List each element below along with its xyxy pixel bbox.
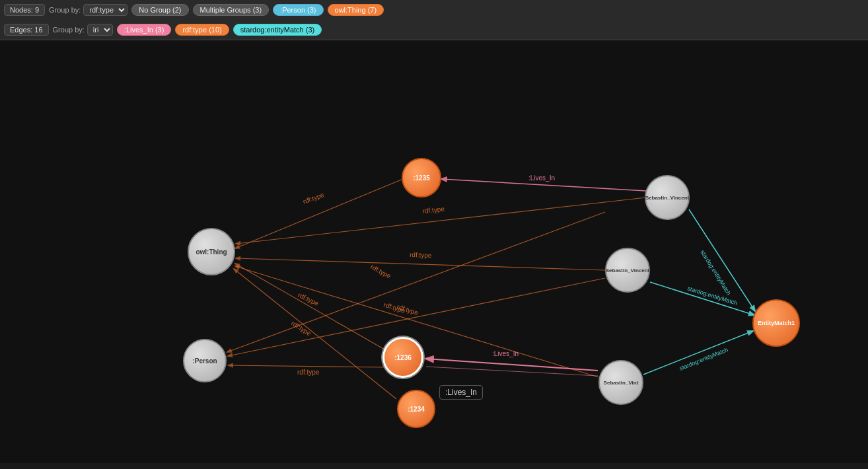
toolbar-row-2: Edges: 16 Group by: iri :Lives_In (3) rd… <box>0 20 868 40</box>
svg-line-25 <box>650 282 754 315</box>
svg-line-4 <box>234 269 396 399</box>
svg-line-20 <box>426 359 598 371</box>
svg-text:rdf:type: rdf:type <box>297 291 320 307</box>
svg-text:rdf:type: rdf:type <box>302 191 326 205</box>
group-by-nodes-label: Group by: <box>49 6 81 14</box>
svg-line-8 <box>236 258 605 270</box>
toolbar-row-1: Nodes: 9 Group by: rdf:type No Group (2)… <box>0 0 868 20</box>
node-1236[interactable]: :1236 <box>382 337 423 378</box>
node-person[interactable]: :Person <box>183 339 227 382</box>
svg-line-6 <box>236 198 646 244</box>
graph-svg: rdf:type rdf:type rdf:type rdf:type rdf:… <box>0 40 868 463</box>
node-sebastin-vint[interactable]: Sebastin_Vint <box>598 360 643 405</box>
svg-line-27 <box>643 331 753 375</box>
svg-text::Lives_In: :Lives_In <box>492 350 519 357</box>
node-sebastin-vincent-2[interactable]: Sebastin_Vincent <box>605 248 650 293</box>
svg-line-22 <box>426 367 598 376</box>
entity-match-badge[interactable]: stardog:entityMatch (3) <box>233 24 322 36</box>
group-by-nodes-select[interactable]: rdf:type <box>83 4 127 16</box>
no-group-badge[interactable]: No Group (2) <box>131 4 188 16</box>
node-owl-thing[interactable]: owl:Thing <box>188 228 235 275</box>
svg-text:rdf:type: rdf:type <box>410 251 432 259</box>
nodes-count: Nodes: 9 <box>4 4 45 16</box>
svg-line-0 <box>235 179 403 248</box>
person-badge[interactable]: :Person (3) <box>273 4 323 16</box>
svg-line-2 <box>235 264 384 349</box>
rdf-type-badge[interactable]: rdf:type (10) <box>175 24 229 36</box>
svg-line-12 <box>227 212 605 352</box>
group-by-nodes: Group by: rdf:type <box>49 4 127 16</box>
node-sebastin-vincent-1[interactable]: Sebastin_Vincent <box>645 175 690 220</box>
node-1234[interactable]: :1234 <box>397 390 435 428</box>
lives-in-badge[interactable]: :Lives_In (3) <box>117 24 172 36</box>
group-by-edges: Group by: iri <box>53 24 113 36</box>
svg-text:rdf:type: rdf:type <box>369 263 392 280</box>
graph-area[interactable]: rdf:type rdf:type rdf:type rdf:type rdf:… <box>0 40 868 463</box>
owl-thing-badge[interactable]: owl:Thing (7) <box>328 4 384 16</box>
group-by-edges-select[interactable]: iri <box>87 24 113 36</box>
node-1235[interactable]: :1235 <box>402 158 441 198</box>
group-by-edges-label: Group by: <box>53 26 85 34</box>
edges-count: Edges: 16 <box>4 24 49 36</box>
toolbar: Nodes: 9 Group by: rdf:type No Group (2)… <box>0 0 868 40</box>
node-entity-match[interactable]: EntityMatch1 <box>752 299 800 347</box>
svg-text:rdf:type: rdf:type <box>297 369 320 376</box>
multiple-groups-badge[interactable]: Multiple Groups (3) <box>193 4 270 16</box>
svg-text:rdf:type: rdf:type <box>422 205 445 215</box>
svg-line-16 <box>229 365 386 367</box>
svg-text::Lives_In: :Lives_In <box>528 174 555 182</box>
